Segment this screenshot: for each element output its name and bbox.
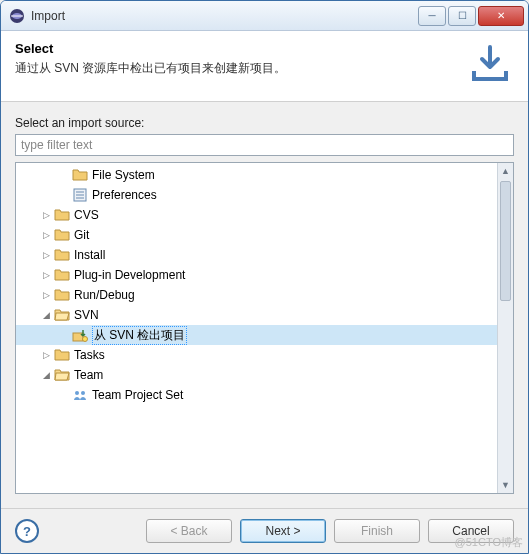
chevron-right-icon[interactable]: ▷ [40, 229, 52, 241]
tree-node[interactable]: ▷Tasks [16, 345, 497, 365]
tree-node[interactable]: Preferences [16, 185, 497, 205]
import-source-tree: File SystemPreferences▷CVS▷Git▷Install▷P… [15, 162, 514, 494]
tree-node[interactable]: Team Project Set [16, 385, 497, 405]
svn-checkout-icon [72, 327, 88, 343]
chevron-down-icon[interactable]: ◢ [40, 309, 52, 321]
tree-node-label: Git [74, 228, 89, 242]
next-button[interactable]: Next > [240, 519, 326, 543]
tree-node[interactable]: ▷CVS [16, 205, 497, 225]
tree-node-label: Install [74, 248, 105, 262]
eclipse-icon [9, 8, 25, 24]
banner-description: 通过从 SVN 资源库中检出已有项目来创建新项目。 [15, 60, 458, 77]
tree-node[interactable]: 从 SVN 检出项目 [16, 325, 497, 345]
folder-icon [54, 267, 70, 283]
vertical-scrollbar[interactable]: ▲ ▼ [497, 163, 513, 493]
titlebar[interactable]: Import ─ ☐ ✕ [1, 1, 528, 31]
folder-icon [54, 207, 70, 223]
help-button[interactable]: ? [15, 519, 39, 543]
tree-node-label: SVN [74, 308, 99, 322]
window-title: Import [31, 9, 418, 23]
wizard-button-bar: ? < Back Next > Finish Cancel [1, 508, 528, 553]
tree-node-label: 从 SVN 检出项目 [92, 326, 187, 345]
watermark: @51CTO博客 [455, 535, 523, 550]
tree-node-label: Preferences [92, 188, 157, 202]
folder-icon [54, 287, 70, 303]
scroll-up-icon[interactable]: ▲ [498, 163, 513, 179]
tree-node[interactable]: ▷Plug-in Development [16, 265, 497, 285]
banner-title: Select [15, 41, 458, 56]
folder-icon [54, 247, 70, 263]
window-buttons: ─ ☐ ✕ [418, 6, 524, 26]
import-icon [466, 41, 514, 89]
maximize-button[interactable]: ☐ [448, 6, 476, 26]
chevron-right-icon[interactable]: ▷ [40, 249, 52, 261]
filter-input[interactable]: type filter text [15, 134, 514, 156]
tree-node-label: Team Project Set [92, 388, 183, 402]
close-button[interactable]: ✕ [478, 6, 524, 26]
tree-node[interactable]: ▷Install [16, 245, 497, 265]
tree-node[interactable]: ◢SVN [16, 305, 497, 325]
pref-icon [72, 187, 88, 203]
tree-node-label: Run/Debug [74, 288, 135, 302]
finish-button[interactable]: Finish [334, 519, 420, 543]
tree-node[interactable]: ▷Run/Debug [16, 285, 497, 305]
team-set-icon [72, 387, 88, 403]
chevron-right-icon[interactable]: ▷ [40, 209, 52, 221]
folder-open-icon [54, 307, 70, 323]
wizard-content: Select an import source: type filter tex… [1, 102, 528, 508]
tree-viewport[interactable]: File SystemPreferences▷CVS▷Git▷Install▷P… [16, 163, 497, 493]
import-wizard-window: Import ─ ☐ ✕ Select 通过从 SVN 资源库中检出已有项目来创… [0, 0, 529, 554]
tree-node[interactable]: ◢Team [16, 365, 497, 385]
minimize-button[interactable]: ─ [418, 6, 446, 26]
tree-node[interactable]: File System [16, 165, 497, 185]
wizard-banner: Select 通过从 SVN 资源库中检出已有项目来创建新项目。 [1, 31, 528, 102]
scroll-down-icon[interactable]: ▼ [498, 477, 513, 493]
scroll-thumb[interactable] [500, 181, 511, 301]
svg-point-7 [83, 337, 88, 342]
chevron-right-icon[interactable]: ▷ [40, 269, 52, 281]
tree-node[interactable]: ▷Git [16, 225, 497, 245]
svg-point-9 [81, 391, 85, 395]
back-button[interactable]: < Back [146, 519, 232, 543]
tree-node-label: Plug-in Development [74, 268, 185, 282]
svg-point-8 [75, 391, 79, 395]
folder-open-icon [54, 367, 70, 383]
folder-icon [54, 347, 70, 363]
tree-node-label: Tasks [74, 348, 105, 362]
source-label: Select an import source: [15, 116, 514, 130]
tree-node-label: Team [74, 368, 103, 382]
tree-node-label: CVS [74, 208, 99, 222]
folder-plain-icon [72, 167, 88, 183]
chevron-right-icon[interactable]: ▷ [40, 349, 52, 361]
chevron-down-icon[interactable]: ◢ [40, 369, 52, 381]
tree-node-label: File System [92, 168, 155, 182]
folder-icon [54, 227, 70, 243]
chevron-right-icon[interactable]: ▷ [40, 289, 52, 301]
